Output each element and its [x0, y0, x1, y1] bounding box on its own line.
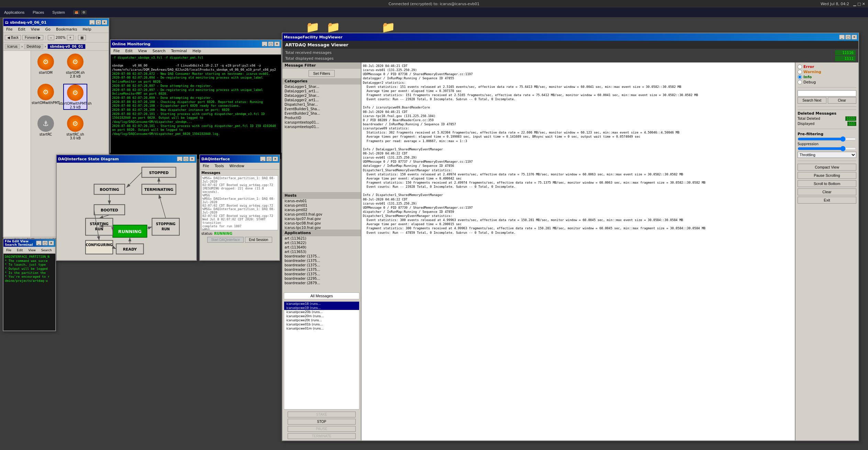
scroll-bottom-btn[interactable]: Scroll to Bottom [798, 180, 856, 187]
forward-btn[interactable]: Forward ▶ [22, 35, 43, 40]
exit-btn[interactable]: Exit [798, 197, 856, 204]
category-item[interactable]: ProductID [282, 116, 361, 120]
app-item[interactable]: art (113621) [282, 236, 361, 241]
menu-help[interactable]: Help [191, 48, 202, 54]
close-btn[interactable]: ✕ [272, 157, 278, 161]
minimize-btn[interactable]: _ [177, 157, 182, 161]
set-filters-btn[interactable]: Set Filters [309, 70, 335, 77]
app-item[interactable]: art (113653) [282, 250, 361, 254]
menu-search[interactable]: Search [151, 48, 167, 54]
breadcrumb-current[interactable]: sbndaq-v0_06_01 [47, 44, 86, 49]
clear-btn[interactable]: Clear [798, 188, 856, 195]
host-bottom-item[interactable]: icarustpcwe01b (runs... [284, 322, 359, 326]
maximize-btn[interactable]: □ [266, 157, 272, 161]
end-session-btn[interactable]: End Session [245, 237, 272, 243]
file-icon-startomwithpmt[interactable]: ⚙ startOMwithPMT [34, 84, 58, 110]
suppression-slider[interactable] [798, 136, 856, 142]
minimize-btn[interactable]: _ [36, 241, 42, 245]
menu-go[interactable]: Go [44, 27, 52, 32]
places-menu[interactable]: Places [30, 10, 47, 15]
host-item[interactable]: icarus-evb01 [282, 199, 361, 203]
file-icon-startomwithpmt-sh[interactable]: ⚙ startOMwithPMT.sh2.9 kB [63, 84, 87, 110]
menu-file[interactable]: File [5, 248, 13, 252]
app-item[interactable]: boardreader (1375... [282, 258, 361, 263]
debug-radio[interactable] [798, 80, 802, 84]
minimize-btn[interactable]: _ [262, 42, 267, 46]
host-bottom-item[interactable]: icarustpcwe20t (runs... [284, 318, 359, 322]
search-next-btn[interactable]: Search Next [798, 97, 826, 104]
all-messages-btn[interactable]: All Messages [284, 292, 359, 299]
compact-view-btn[interactable]: Compact View [798, 164, 856, 171]
close-btn[interactable]: ✕ [48, 241, 54, 245]
close-btn[interactable]: ✕ [852, 35, 857, 39]
menu-help[interactable]: Help [81, 27, 93, 32]
zoom-out-btn[interactable]: – [48, 35, 55, 40]
category-item[interactable]: icaruspmteetop01... [282, 120, 361, 125]
clear-search-btn[interactable]: Clear [828, 97, 857, 104]
menu-view[interactable]: View [137, 48, 148, 54]
host-bottom-item[interactable]: icarustpcwe18 (runs... [284, 302, 359, 306]
app-item[interactable]: boardreader (1375... [282, 254, 361, 258]
category-item[interactable]: EventBuilder2_Sha... [282, 111, 361, 116]
app-item[interactable]: boardreader (1375... [282, 263, 361, 267]
system-menu[interactable]: System [49, 10, 68, 15]
menu-edit[interactable]: Edit [15, 248, 24, 252]
host-bottom-item[interactable]: icarustpcwe20m (runs... [284, 314, 359, 318]
host-bottom-item[interactable]: icarustpcwe20b (runs... [284, 310, 359, 314]
app-item[interactable]: boardreader (1375... [282, 272, 361, 276]
menu-view[interactable]: View [30, 27, 41, 32]
maximize-btn[interactable]: □ [183, 157, 189, 161]
stake-btn[interactable]: STAKE [288, 412, 356, 417]
search-input[interactable] [798, 90, 856, 96]
file-icon-startom[interactable]: ⚙ startOM [34, 54, 58, 78]
menu-file[interactable]: File [112, 48, 121, 54]
category-item[interactable]: EventBuilder1_Sha... [282, 107, 361, 111]
minimize-btn[interactable]: _ [839, 35, 845, 39]
back-btn[interactable]: ◀ Back [5, 35, 21, 40]
host-item[interactable]: icarus-pmt02 [282, 208, 361, 212]
pause-scrolling-btn[interactable]: Pause Scrolling [798, 172, 856, 179]
menu-file[interactable]: File [5, 27, 14, 32]
close-btn[interactable]: ✕ [274, 42, 280, 46]
host-item[interactable]: icarus-pmt03.fnal.gov [282, 212, 361, 217]
taskbar-icon2[interactable]: ⚙ [81, 10, 87, 14]
category-item[interactable]: icaruspmteetop01... [282, 125, 361, 129]
menu-terminal[interactable]: Terminal [170, 48, 189, 54]
throttling-slider[interactable] [798, 146, 856, 151]
host-item[interactable]: icarus-pmt01 [282, 203, 361, 208]
taskbar-icon1[interactable]: 🦊 [73, 10, 80, 14]
app-item[interactable]: boardreader (2295... [282, 276, 361, 281]
menu-edit[interactable]: Edit [16, 27, 26, 32]
menu-bookmarks[interactable]: Bookmarks [55, 27, 78, 32]
menu-file[interactable]: File [201, 163, 210, 169]
host-item[interactable]: icarus-tpc08.fnal.gov [282, 221, 361, 226]
breadcrumb-desktop[interactable]: Desktop [24, 44, 43, 49]
menu-window[interactable]: Window [228, 163, 246, 169]
maximize-btn[interactable]: □ [268, 42, 274, 46]
zoom-in-btn[interactable]: + [67, 35, 74, 40]
menu-edit[interactable]: Edit [124, 48, 134, 54]
terminate-btn[interactable]: TERMINATE [288, 433, 356, 439]
close-btn[interactable]: ✕ [189, 157, 195, 161]
category-item[interactable]: DataLogger1_Shar... [282, 84, 361, 89]
category-item[interactable]: DataLogger2_art1... [282, 98, 361, 102]
error-radio[interactable] [798, 65, 802, 69]
stop-btn[interactable]: STOP [288, 419, 356, 425]
app-item[interactable]: art (113649) [282, 245, 361, 250]
menu-view[interactable]: View [27, 248, 37, 252]
throttling-dropdown[interactable]: Throttling [798, 152, 856, 158]
host-bottom-item[interactable]: icarustpcwe01m (runs... [284, 326, 359, 331]
warning-radio[interactable] [798, 70, 802, 74]
pause-btn[interactable]: PAUSE [288, 426, 356, 432]
category-item[interactable]: DataLogger1_art1... [282, 89, 361, 93]
info-radio[interactable] [798, 75, 802, 79]
start-daqinterface-btn[interactable]: Start DAQinterface [207, 237, 244, 243]
minimize-btn[interactable]: _ [89, 20, 95, 25]
app-item[interactable]: boardreader (2879... [282, 281, 361, 285]
minimize-btn[interactable]: _ [260, 157, 266, 161]
host-item[interactable]: icarus-tpc07.fnal.gov [282, 217, 361, 221]
app-item[interactable]: art (113622) [282, 241, 361, 245]
applications-menu[interactable]: Applications [1, 10, 27, 15]
host-bottom-item[interactable]: icarustpcwe19 (runs... [284, 306, 359, 310]
file-icon-startrc[interactable]: ⚓ startRC [34, 115, 58, 140]
